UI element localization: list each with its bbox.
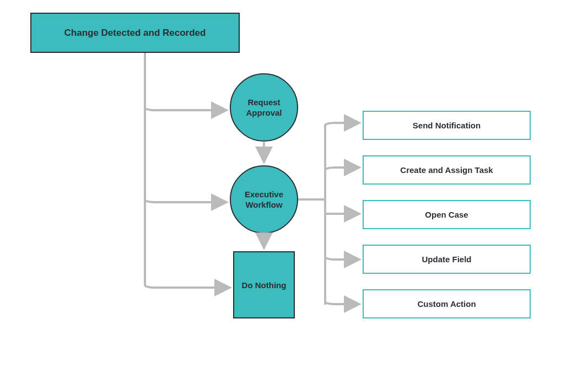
action-label: Open Case (425, 210, 468, 219)
header-box: Change Detected and Recorded (30, 13, 240, 53)
node-request-approval: Request Approval (230, 73, 298, 142)
node-executive-workflow: Executive Workflow (230, 165, 298, 234)
action-label: Update Field (422, 255, 471, 264)
action-label: Send Notification (413, 121, 481, 130)
header-title: Change Detected and Recorded (64, 28, 206, 39)
action-create-task: Create and Assign Task (363, 155, 531, 185)
action-label: Create and Assign Task (400, 165, 493, 175)
action-update-field: Update Field (363, 245, 531, 274)
action-label: Custom Action (417, 299, 476, 309)
node-label: Do Nothing (242, 280, 287, 290)
action-open-case: Open Case (363, 200, 531, 229)
action-send-notification: Send Notification (363, 111, 531, 140)
node-do-nothing: Do Nothing (233, 251, 295, 318)
node-label: Executive Workflow (239, 189, 289, 210)
flowchart-diagram: Change Detected and Recorded Request App… (0, 0, 588, 373)
action-custom-action: Custom Action (363, 289, 531, 318)
node-label: Request Approval (239, 97, 289, 118)
